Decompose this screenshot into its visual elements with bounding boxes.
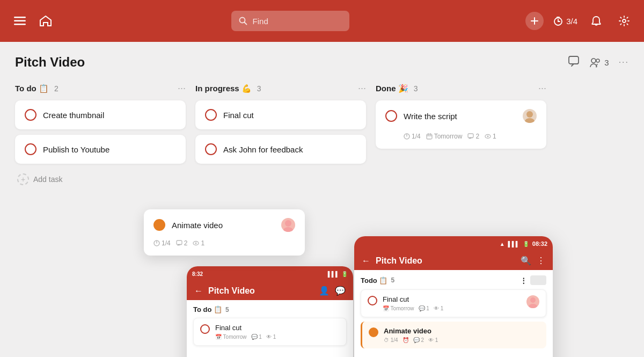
mobile-front-header-icons: 🔍 ⋮ — [521, 256, 545, 266]
svg-point-14 — [596, 59, 599, 62]
nav-right: 3/4 — [525, 12, 633, 30]
mobile-front-col-header: Todo 📋 5 ⋮ — [361, 275, 546, 285]
main-area: Pitch Video 3 ··· — [0, 42, 644, 357]
task-card-create-thumbnail[interactable]: Create thumbnail — [15, 100, 186, 129]
meta-date-val: Tomorrow — [434, 133, 463, 140]
mobile-back-time: 8:32 — [192, 271, 203, 277]
add-task-label: Add task — [33, 175, 62, 184]
avatar-script — [523, 109, 537, 123]
mobile-front-circle-2 — [369, 327, 378, 337]
mobile-back-chat-icon[interactable]: 💬 — [335, 286, 346, 296]
signal-icon: ▌▌▌ — [328, 271, 339, 277]
task-card-feedback[interactable]: Ask John for feedback — [195, 135, 366, 164]
floating-card-top: Animate video — [153, 218, 295, 232]
mf-meta-likes: 👁 1 — [434, 305, 443, 311]
menu-icon[interactable] — [11, 12, 29, 30]
board: To do 📋 2 ··· Create thumbnail Publish t… — [15, 83, 629, 190]
mobile-front-animate-title: Animate video — [384, 327, 431, 335]
meta-progress-val: 1/4 — [412, 133, 421, 140]
mobile-front-body: Todo 📋 5 ⋮ Final cut 📅 Tomorrow 💬 1 👁 1 — [354, 270, 553, 354]
column-todo: To do 📋 2 ··· Create thumbnail Publish t… — [15, 83, 186, 190]
fa-likes: 👁 1 — [428, 337, 438, 343]
notification-icon[interactable] — [587, 12, 605, 30]
home-icon[interactable] — [36, 12, 55, 30]
mobile-back-col-header: To do 📋 5 — [193, 305, 347, 314]
mobile-back-mockup: 8:32 ▌▌▌ 🔋 ← Pitch Video 👤 💬 To do 📋 5 — [187, 266, 353, 357]
svg-rect-1 — [14, 20, 26, 22]
floating-meta-comments-val: 2 — [184, 239, 188, 247]
floating-meta-progress-val: 1/4 — [162, 239, 171, 247]
svg-rect-22 — [468, 134, 473, 138]
bell-icon — [591, 16, 602, 26]
col-header-inprogress: In progress 💪 3 ··· — [195, 83, 366, 94]
add-task-button[interactable]: + Add task — [15, 169, 186, 190]
mobile-front-back-btn[interactable]: ← — [362, 256, 370, 266]
col-count-todo: 2 — [54, 84, 58, 93]
search-placeholder: Find — [253, 17, 268, 26]
svg-point-30 — [195, 243, 197, 244]
plus-icon — [530, 16, 539, 26]
mobile-front-search-icon[interactable]: 🔍 — [521, 256, 531, 266]
task-card-script[interactable]: Write the script 1/4 Tomorrow — [376, 100, 546, 149]
mf-meta-comments: 💬 1 — [419, 305, 429, 311]
mobile-front-task-meta-1: 📅 Tomorrow 💬 1 👁 1 — [383, 305, 521, 311]
settings-icon[interactable] — [615, 12, 633, 30]
mobile-back-task-meta-1: 📅 Tomorrow 💬 1 👁 1 — [215, 334, 276, 340]
task-title-feedback: Ask John for feedback — [223, 145, 303, 154]
meta-likes: 1 — [485, 133, 496, 140]
fa-progress: ⏱ 1/4 — [384, 337, 398, 343]
task-circle-1 — [25, 109, 36, 121]
progress-icon — [404, 133, 410, 140]
more-action-icon[interactable]: ··· — [619, 57, 629, 67]
meta-date: Tomorrow — [426, 133, 463, 140]
floating-circle — [153, 219, 165, 231]
mobile-front-col-more[interactable]: ⋮ — [520, 276, 527, 285]
timer-value: 3/4 — [566, 17, 577, 26]
mobile-back-col-title: To do 📋 — [193, 305, 222, 314]
mobile-back-task-finalcut[interactable]: Final cut 📅 Tomorrow 💬 1 👁 1 — [193, 318, 347, 346]
calendar-icon — [426, 133, 433, 140]
floating-eye-icon — [193, 240, 199, 246]
mobile-front-more-icon[interactable]: ⋮ — [537, 256, 545, 266]
svg-rect-2 — [14, 24, 26, 25]
col-count-done: 3 — [414, 84, 418, 93]
mobile-front-task-title-1: Final cut — [383, 295, 521, 303]
floating-meta-likes-val: 1 — [201, 239, 204, 247]
mobile-front-animate-meta: ⏱ 1/4 ⏰ 💬 2 👁 1 — [369, 337, 540, 343]
task-card-publish-youtube[interactable]: Publish to Youtube — [15, 135, 186, 164]
svg-point-32 — [529, 304, 537, 308]
mobile-back-btn[interactable]: ← — [194, 286, 203, 296]
mobile-back-meta-likes: 👁 1 — [266, 334, 276, 340]
mobile-back-person-icon[interactable]: 👤 — [319, 286, 330, 296]
task-card-final-cut[interactable]: Final cut — [195, 100, 366, 129]
mobile-front-avatar-1 — [526, 295, 539, 308]
mobile-back-meta-comments: 💬 1 — [251, 334, 262, 340]
nav-left — [11, 12, 55, 30]
svg-rect-28 — [177, 241, 182, 245]
mobile-front-task-animate[interactable]: Animate video ⏱ 1/4 ⏰ 💬 2 👁 1 — [361, 322, 546, 348]
signal-bars-icon: ▌▌▌ — [508, 241, 519, 247]
mobile-back-col-count: 5 — [225, 306, 229, 314]
floating-title: Animate video — [172, 221, 223, 230]
col-menu-todo[interactable]: ··· — [178, 83, 186, 94]
mobile-front-col-toggle[interactable] — [530, 275, 546, 285]
members-badge[interactable]: 3 — [589, 56, 609, 68]
floating-animate-card[interactable]: Animate video 1/4 2 1 — [144, 209, 305, 256]
search-box[interactable]: Find — [231, 11, 349, 31]
col-menu-inprogress[interactable]: ··· — [358, 83, 366, 94]
time-front: 08:32 — [532, 241, 547, 247]
comment-action-icon[interactable] — [568, 55, 580, 70]
col-menu-done[interactable]: ··· — [538, 83, 546, 94]
add-icon[interactable] — [525, 12, 544, 30]
svg-point-16 — [525, 118, 535, 123]
column-inprogress: In progress 💪 3 ··· Final cut Ask John f… — [195, 83, 366, 169]
top-navbar: Find 3/4 — [0, 0, 644, 42]
svg-point-13 — [591, 59, 596, 63]
mobile-front-task-finalcut[interactable]: Final cut 📅 Tomorrow 💬 1 👁 1 — [361, 289, 546, 317]
mobile-front-mockup: ▲ ▌▌▌ 🔋 08:32 ← Pitch Video 🔍 ⋮ Todo 📋 5… — [354, 236, 553, 357]
nav-center: Find — [63, 11, 517, 31]
task-meta-script: 1/4 Tomorrow 2 1 — [385, 133, 496, 140]
task-title-publish-youtube: Publish to Youtube — [43, 145, 109, 154]
page-header: Pitch Video 3 ··· — [15, 55, 629, 70]
mobile-front-col-title: Todo 📋 — [361, 276, 387, 285]
